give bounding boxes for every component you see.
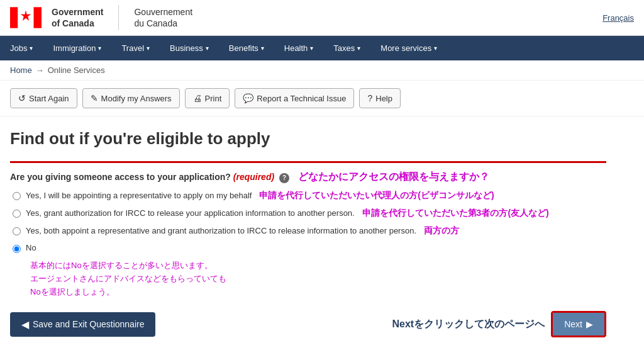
main-nav: Jobs ▾ Immigration ▾ Travel ▾ Business ▾…: [0, 36, 644, 60]
government-name: Government of Canada: [52, 6, 103, 29]
bottom-buttons: ◀ Save and Exit Questionnaire Nextをクリックし…: [10, 311, 606, 337]
no-annotation-line1: 基本的にはNoを選択することが多いと思います。: [30, 259, 606, 273]
gov-en-line2: of Canada: [52, 18, 94, 28]
option-4-row: No: [13, 243, 606, 253]
gov-en-line1: Government: [52, 7, 103, 17]
gov-fr-line2: du Canada: [134, 18, 177, 28]
option-2-annotation: 申請を代行していただいた第3者の方(友人など): [362, 208, 549, 218]
benefits-arrow-icon: ▾: [261, 45, 264, 52]
option-2-radio[interactable]: [13, 210, 21, 218]
annotation-title-jp: どなたかにアクセスの権限を与えますか？: [298, 171, 489, 182]
svg-rect-0: [10, 7, 18, 28]
next-annotation: Nextをクリックして次のページへ: [392, 318, 545, 331]
breadcrumb-current: Online Services: [48, 65, 105, 75]
nav-more-services[interactable]: More services ▾: [370, 36, 447, 60]
option-1-radio[interactable]: [13, 192, 21, 200]
help-button[interactable]: ? Help: [359, 88, 401, 108]
next-button[interactable]: Next ▶: [551, 311, 606, 337]
chat-icon: 💬: [243, 93, 253, 103]
gov-fr-line1: Gouvernement: [134, 7, 192, 17]
pencil-icon: ✎: [91, 93, 98, 103]
business-arrow-icon: ▾: [206, 45, 209, 52]
nav-business[interactable]: Business ▾: [160, 36, 219, 60]
health-arrow-icon: ▾: [310, 45, 313, 52]
nav-health[interactable]: Health ▾: [274, 36, 324, 60]
option-3-row: Yes, both appoint a representative and g…: [13, 225, 606, 237]
radio-options: Yes, I will be appointing a representati…: [13, 190, 606, 298]
next-arrow-icon: ▶: [586, 319, 593, 329]
svg-rect-2: [34, 7, 42, 28]
breadcrumb: Home → Online Services: [0, 60, 644, 81]
immigration-arrow-icon: ▾: [98, 45, 101, 52]
nav-travel[interactable]: Travel ▾: [111, 36, 160, 60]
print-icon: 🖨: [193, 93, 202, 103]
refresh-icon: ↺: [18, 93, 26, 103]
option-1-annotation: 申請を代行していただいたい代理人の方(ビザコンサルなど): [259, 190, 494, 200]
option-3-label: Yes, both appoint a representative and g…: [26, 226, 416, 235]
more-services-arrow-icon: ▾: [434, 45, 437, 52]
option-1-row: Yes, I will be appointing a representati…: [13, 190, 606, 201]
breadcrumb-arrow: →: [36, 65, 44, 75]
jobs-arrow-icon: ▾: [30, 45, 33, 52]
print-button[interactable]: 🖨 Print: [185, 88, 230, 108]
breadcrumb-home[interactable]: Home: [10, 65, 32, 75]
site-header: Government of Canada Gouvernement du Can…: [0, 0, 644, 36]
travel-arrow-icon: ▾: [147, 45, 150, 52]
nav-benefits[interactable]: Benefits ▾: [219, 36, 274, 60]
header-left: Government of Canada Gouvernement du Can…: [10, 5, 192, 30]
start-again-button[interactable]: ↺ Start Again: [10, 88, 77, 108]
nav-immigration[interactable]: Immigration ▾: [43, 36, 111, 60]
option-3-radio[interactable]: [13, 227, 21, 235]
taxes-arrow-icon: ▾: [357, 45, 360, 52]
francais-link[interactable]: Français: [602, 13, 634, 23]
toolbar: ↺ Start Again ✎ Modify my Answers 🖨 Prin…: [0, 81, 644, 116]
canada-flag-logo: [10, 5, 42, 30]
modify-answers-button[interactable]: ✎ Modify my Answers: [82, 88, 180, 108]
nav-jobs[interactable]: Jobs ▾: [0, 36, 43, 60]
report-issue-button[interactable]: 💬 Report a Technical Issue: [235, 88, 354, 108]
save-exit-button[interactable]: ◀ Save and Exit Questionnaire: [10, 312, 155, 337]
option-2-label: Yes, grant authorization for IRCC to rel…: [26, 208, 355, 218]
nav-taxes[interactable]: Taxes ▾: [323, 36, 370, 60]
main-content: Find out if you're eligible to apply Are…: [0, 116, 616, 350]
government-name-fr: Gouvernement du Canada: [134, 6, 192, 29]
option-4-radio[interactable]: [13, 245, 21, 253]
option-4-label: No: [26, 243, 36, 252]
no-annotation-line3: Noを選択しましょう。: [30, 286, 606, 299]
no-annotation-line2: エージェントさんにアドバイスなどをもらっていても: [30, 273, 606, 286]
option-2-row: Yes, grant authorization for IRCC to rel…: [13, 208, 606, 219]
no-annotation-block: 基本的にはNoを選択することが多いと思います。 エージェントさんにアドバイスなど…: [30, 259, 606, 298]
option-3-annotation: 両方の方: [424, 225, 459, 235]
next-section: Nextをクリックして次のページへ Next ▶: [392, 311, 606, 337]
option-1-label: Yes, I will be appointing a representati…: [26, 191, 252, 200]
header-divider: [118, 5, 119, 30]
back-arrow-icon: ◀: [21, 318, 29, 330]
page-title: Find out if you're eligible to apply: [10, 129, 606, 149]
help-icon: ?: [367, 93, 372, 103]
question-label: Are you giving someone access to your ap…: [10, 161, 606, 184]
required-label: (required): [233, 172, 274, 182]
question-help-icon[interactable]: ?: [279, 173, 289, 183]
